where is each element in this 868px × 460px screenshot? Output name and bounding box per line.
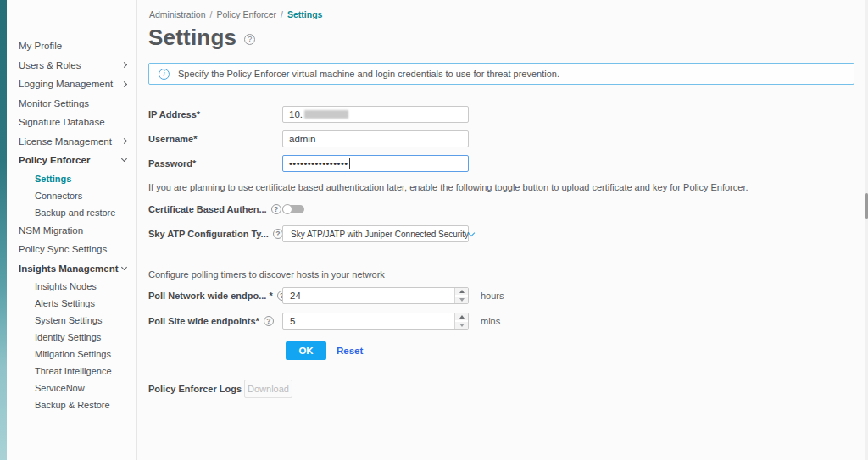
info-icon: i	[159, 69, 170, 80]
arrow-down-icon	[459, 298, 465, 302]
breadcrumb-settings-current: Settings	[287, 9, 322, 19]
stepper-up-button[interactable]	[455, 288, 468, 297]
breadcrumb: Administration / Policy Enforcer / Setti…	[149, 9, 854, 19]
password-masked-value: ••••••••••••••••	[289, 158, 348, 169]
poll-site-unit: mins	[481, 316, 500, 326]
sidebar-item-mitigation-settings[interactable]: Mitigation Settings	[7, 346, 136, 363]
sidebar-item-system-settings[interactable]: System Settings	[7, 312, 136, 329]
chevron-right-icon	[121, 62, 127, 68]
reset-link[interactable]: Reset	[337, 346, 363, 356]
page-title: Settings	[148, 25, 236, 51]
poll-network-value: 24	[283, 288, 454, 303]
certificate-toggle-row: Certificate Based Authen... ?	[148, 201, 854, 218]
arrow-up-icon	[459, 315, 465, 319]
username-value: admin	[289, 134, 315, 144]
breadcrumb-policy-enforcer[interactable]: Policy Enforcer	[216, 9, 276, 19]
stepper-up-button[interactable]	[455, 313, 468, 322]
sidebar-item-my-profile[interactable]: My Profile	[7, 36, 136, 56]
logs-label: Policy Enforcer Logs	[148, 384, 244, 394]
toggle-knob	[282, 204, 292, 214]
sidebar-item-settings[interactable]: Settings	[7, 170, 136, 187]
certificate-auth-label: Certificate Based Authen... ?	[148, 204, 282, 214]
breadcrumb-administration[interactable]: Administration	[149, 9, 206, 19]
breadcrumb-separator: /	[281, 9, 283, 19]
sidebar-item-signature-database[interactable]: Signature Database	[7, 113, 136, 132]
settings-form: IP Address* 10. Username* admin Password…	[148, 106, 854, 398]
poll-site-help-icon[interactable]: ?	[264, 316, 274, 326]
stepper-buttons	[454, 288, 468, 303]
polling-note: Configure polling timers to discover hos…	[148, 269, 854, 280]
redacted-value	[304, 110, 348, 119]
ip-address-row: IP Address* 10.	[148, 106, 854, 123]
policy-enforcer-logs-row: Policy Enforcer Logs Download	[148, 380, 854, 398]
sidebar-item-policy-enforcer[interactable]: Policy Enforcer	[7, 151, 136, 170]
skyatp-help-icon[interactable]: ?	[273, 229, 283, 239]
sidebar: My Profile Users & Roles Logging Managem…	[7, 0, 137, 460]
stepper-buttons	[454, 313, 468, 329]
sidebar-item-insights-management[interactable]: Insights Management	[7, 259, 136, 279]
download-button[interactable]: Download	[244, 380, 292, 398]
sidebar-item-monitor-settings[interactable]: Monitor Settings	[7, 94, 136, 114]
poll-site-stepper[interactable]: 5	[282, 313, 469, 330]
username-label: Username*	[148, 134, 282, 144]
certificate-auth-toggle[interactable]	[282, 204, 304, 214]
ip-address-value: 10.	[289, 109, 303, 119]
sidebar-item-users-roles[interactable]: Users & Roles	[7, 56, 136, 75]
certificate-note: If you are planning to use certificate b…	[148, 182, 854, 192]
page-help-icon[interactable]: ?	[244, 34, 255, 45]
poll-site-label: Poll Site wide endpoints* ?	[148, 316, 282, 326]
chevron-down-icon	[121, 156, 127, 162]
sidebar-item-connectors[interactable]: Connectors	[7, 187, 136, 204]
poll-network-label: Poll Network wide endpo... * ?	[148, 291, 282, 301]
sidebar-item-servicenow[interactable]: ServiceNow	[7, 380, 136, 396]
poll-site-row: Poll Site wide endpoints* ? 5 mins	[148, 313, 854, 330]
skyatp-row: Sky ATP Configuration Ty... ? Sky ATP/JA…	[148, 225, 854, 242]
poll-network-row: Poll Network wide endpo... * ? 24 hours	[148, 287, 854, 304]
username-input[interactable]: admin	[282, 130, 469, 147]
main-content: Administration / Policy Enforcer / Setti…	[138, 0, 868, 460]
poll-site-value: 5	[283, 313, 454, 329]
text-caret	[349, 158, 350, 169]
sidebar-item-backup-restore[interactable]: Backup & Restore	[7, 396, 136, 413]
chevron-right-icon	[121, 138, 127, 144]
password-label: Password*	[148, 158, 282, 169]
skyatp-label: Sky ATP Configuration Ty... ?	[148, 229, 282, 239]
sidebar-item-nsm-migration[interactable]: NSM Migration	[7, 221, 136, 241]
chevron-right-icon	[121, 81, 127, 87]
dropdown-chevron-icon	[468, 229, 475, 236]
ok-button[interactable]: OK	[286, 341, 326, 360]
app-window: My Profile Users & Roles Logging Managem…	[0, 0, 868, 460]
skyatp-selected-value: Sky ATP/JATP with Juniper Connected Secu…	[291, 230, 469, 239]
form-actions: OK Reset	[286, 341, 854, 360]
poll-network-stepper[interactable]: 24	[282, 287, 469, 304]
ip-address-label: IP Address*	[148, 109, 282, 119]
sidebar-item-backup-and-restore[interactable]: Backup and restore	[7, 204, 136, 221]
left-accent-strip	[0, 0, 7, 460]
sidebar-item-policy-sync-settings[interactable]: Policy Sync Settings	[7, 240, 136, 259]
info-banner: i Specify the Policy Enforcer virtual ma…	[148, 63, 854, 85]
arrow-up-icon	[459, 290, 465, 293]
stepper-down-button[interactable]	[455, 322, 468, 329]
sidebar-item-threat-intelligence[interactable]: Threat Intelligence	[7, 363, 136, 380]
breadcrumb-separator: /	[210, 9, 213, 19]
info-banner-text: Specify the Policy Enforcer virtual mach…	[178, 69, 559, 79]
skyatp-config-dropdown[interactable]: Sky ATP/JATP with Juniper Connected Secu…	[282, 225, 469, 242]
sidebar-item-alerts-settings[interactable]: Alerts Settings	[7, 295, 136, 312]
username-row: Username* admin	[148, 130, 854, 147]
password-input[interactable]: ••••••••••••••••	[282, 155, 469, 172]
ip-address-input[interactable]: 10.	[282, 106, 469, 123]
sidebar-item-insights-nodes[interactable]: Insights Nodes	[7, 278, 136, 295]
stepper-down-button[interactable]	[455, 297, 468, 303]
sidebar-item-identity-settings[interactable]: Identity Settings	[7, 329, 136, 346]
certificate-help-icon[interactable]: ?	[271, 204, 281, 214]
poll-network-unit: hours	[481, 291, 504, 301]
title-row: Settings ?	[148, 25, 854, 51]
password-row: Password* ••••••••••••••••	[148, 155, 854, 172]
arrow-down-icon	[459, 324, 465, 327]
sidebar-item-license-management[interactable]: License Management	[7, 132, 136, 152]
sidebar-item-logging-management[interactable]: Logging Management	[7, 75, 136, 94]
chevron-down-icon	[121, 264, 127, 270]
